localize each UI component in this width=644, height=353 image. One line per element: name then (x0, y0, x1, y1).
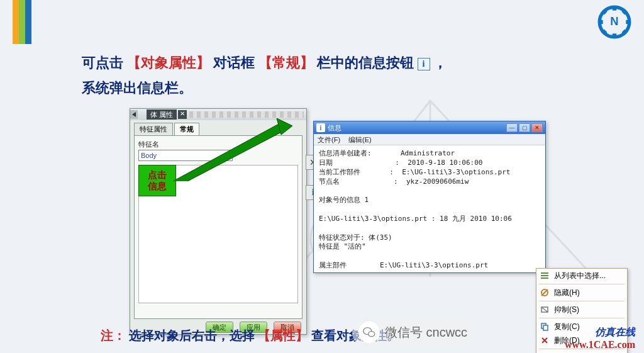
svg-rect-24 (543, 325, 548, 330)
ctx-label: 抑制(S) (554, 305, 579, 315)
information-window: i 信息 — ▢ ✕ 文件(F) 编辑(E) 信息清单创建者: Administ… (313, 121, 546, 273)
svg-rect-18 (541, 277, 548, 279)
heading-seg-2: 对话框 (213, 55, 255, 70)
feature-name-label: 特征名 (138, 140, 298, 149)
info-window-body: 信息清单创建者: Administrator 日期 : 2010-9-18 10… (314, 145, 545, 270)
titlebar-grip (189, 111, 304, 118)
menu-separator (539, 318, 625, 318)
menu-separator (539, 284, 625, 284)
minimize-button[interactable]: — (506, 123, 518, 132)
tab-general-panel: 特征名 ✕ i (134, 135, 303, 319)
copy-icon (539, 321, 550, 332)
wechat-label: 微信号 cncwcc (385, 324, 467, 341)
list-icon (539, 270, 550, 281)
heading-line2: 系统弹出信息栏。 (82, 80, 192, 96)
brand-logo-icon: N (597, 5, 631, 39)
heading-bracket-1: 【对象属性】 (127, 55, 210, 70)
svg-rect-2 (613, 33, 616, 38)
info-window-titlebar: i 信息 — ▢ ✕ (314, 121, 545, 134)
svg-text:N: N (610, 14, 618, 28)
object-properties-dialog: 体 属性 ✕ 特征属性 常规 特征名 ✕ i 确定 应用 取消 (130, 108, 307, 335)
accent-bar-blue (25, 0, 31, 44)
svg-line-22 (541, 307, 548, 312)
accent-bars (13, 0, 31, 44)
delete-icon (539, 335, 550, 346)
callout-line1: 点击 (142, 169, 173, 181)
footer-bracket: 【属性】 (258, 328, 308, 342)
window-controls: — ▢ ✕ (506, 123, 543, 132)
svg-rect-1 (613, 6, 616, 11)
wechat-icon (358, 322, 380, 343)
info-window-title: 信息 (328, 123, 341, 133)
menu-edit[interactable]: 编辑(E) (348, 136, 372, 143)
svg-point-31 (369, 332, 375, 337)
info-icon: i (418, 58, 430, 70)
watermark-line2: www.1CAE.com (565, 339, 635, 350)
svg-rect-4 (626, 20, 631, 24)
ctx-suppress[interactable]: 抑制(S) (536, 303, 627, 317)
menu-separator (539, 301, 625, 301)
ctx-properties[interactable]: 属性(I) (536, 350, 627, 353)
svg-rect-3 (598, 20, 603, 24)
ctx-label: 从列表中选择... (554, 271, 606, 281)
tab-feature-props[interactable]: 特征属性 (134, 123, 173, 135)
suppress-icon (539, 304, 550, 315)
dialog-title-close-icon[interactable]: ✕ (178, 110, 187, 119)
footer-prefix: 注： (101, 328, 126, 342)
svg-rect-16 (541, 272, 548, 274)
callout-click-info: 点击 信息 (138, 165, 176, 196)
titlebar-left-arrow-icon[interactable] (130, 110, 138, 119)
footer-body: 选择对象后右击，选择 (129, 328, 255, 342)
maximize-button[interactable]: ▢ (519, 123, 530, 132)
tab-general[interactable]: 常规 (174, 123, 199, 135)
instruction-heading: 可点击 【对象属性】 对话框 【常规】 栏中的信息按钮 i ， 系统弹出信息栏。 (82, 50, 572, 100)
close-window-button[interactable]: ✕ (531, 123, 543, 132)
heading-seg-1: 可点击 (82, 55, 123, 70)
heading-bracket-2: 【常规】 (258, 55, 314, 70)
watermark-line1: 仿真在线 (565, 326, 635, 339)
ctx-label: 隐藏(H) (554, 288, 580, 298)
ctx-select-from-list[interactable]: 从列表中选择... (536, 269, 627, 283)
feature-name-input[interactable] (138, 150, 233, 161)
ctx-hide[interactable]: 隐藏(H) (536, 286, 627, 300)
watermark: 仿真在线 www.1CAE.com (565, 326, 635, 350)
accent-bar-orange (13, 0, 19, 44)
svg-rect-17 (541, 275, 548, 276)
accent-bar-green (19, 0, 25, 44)
dialog-title: 体 属性 (147, 109, 177, 120)
info-window-icon: i (316, 123, 325, 132)
svg-marker-13 (132, 112, 136, 117)
dialog-tabs: 特征属性 常规 (134, 123, 306, 135)
info-window-menubar: 文件(F) 编辑(E) (314, 134, 545, 145)
callout-line2: 信息 (142, 181, 173, 192)
heading-tail: ， (433, 55, 447, 70)
wechat-badge: 微信号 cncwcc (352, 319, 474, 345)
hide-icon (539, 287, 550, 298)
menu-file[interactable]: 文件(F) (318, 136, 340, 143)
heading-seg-3: 栏中的信息按钮 (317, 55, 414, 70)
dialog-titlebar: 体 属性 ✕ (130, 109, 306, 120)
